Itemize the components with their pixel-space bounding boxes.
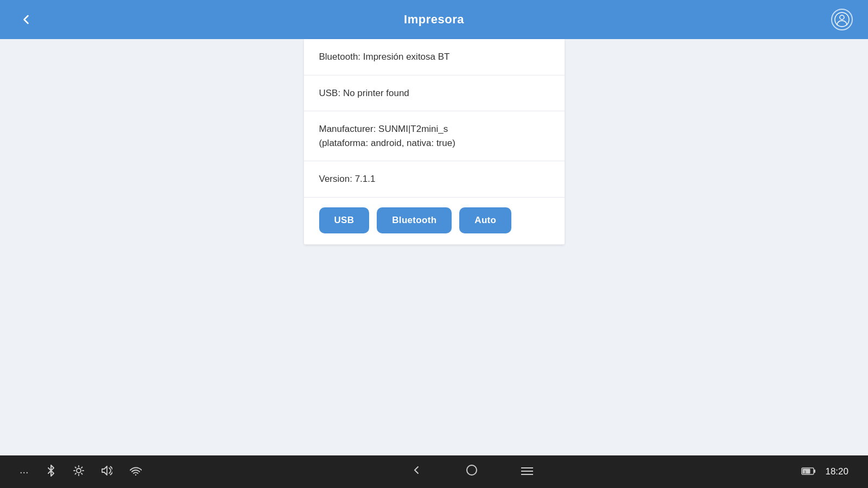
nav-home-icon[interactable] <box>466 464 478 479</box>
info-card: Bluetooth: Impresión exitosa BT USB: No … <box>304 39 565 245</box>
page-title: Impresora <box>404 12 464 27</box>
svg-point-1 <box>840 15 844 20</box>
usb-status-text: USB: No printer found <box>319 88 409 98</box>
svg-point-12 <box>467 465 477 475</box>
usb-status-row: USB: No printer found <box>304 75 565 112</box>
battery-indicator: 3 <box>801 467 816 477</box>
brightness-icon[interactable] <box>73 465 84 479</box>
nav-back-icon[interactable] <box>410 464 422 479</box>
auto-button[interactable]: Auto <box>459 207 511 233</box>
manufacturer-text: Manufacturer: SUNMI|T2mini_s(plataforma:… <box>319 124 455 148</box>
bottom-navbar: ··· <box>0 455 868 488</box>
version-row: Version: 7.1.1 <box>304 161 565 198</box>
svg-line-9 <box>75 473 76 474</box>
bluetooth-button[interactable]: Bluetooth <box>377 207 452 233</box>
svg-point-2 <box>77 468 81 473</box>
navbar-right-status: 3 18:20 <box>801 466 848 477</box>
battery-level: 3 <box>801 467 816 477</box>
more-icon[interactable]: ··· <box>20 466 29 478</box>
main-content: Bluetooth: Impresión exitosa BT USB: No … <box>0 39 868 455</box>
header: Impresora <box>0 0 868 39</box>
svg-line-8 <box>81 473 83 474</box>
nav-menu-icon[interactable] <box>521 465 533 479</box>
navbar-left-icons: ··· <box>20 465 142 479</box>
svg-text:3: 3 <box>804 470 806 474</box>
system-time: 18:20 <box>825 466 848 477</box>
volume-icon[interactable] <box>102 466 112 478</box>
bluetooth-status-row: Bluetooth: Impresión exitosa BT <box>304 39 565 75</box>
bluetooth-status-text: Bluetooth: Impresión exitosa BT <box>319 52 450 62</box>
wifi-icon[interactable] <box>130 466 142 478</box>
bluetooth-icon[interactable] <box>46 465 56 479</box>
manufacturer-row: Manufacturer: SUNMI|T2mini_s(plataforma:… <box>304 111 565 161</box>
svg-line-7 <box>75 467 76 468</box>
svg-rect-17 <box>814 470 815 473</box>
avatar[interactable] <box>831 9 853 30</box>
usb-button[interactable]: USB <box>319 207 370 233</box>
action-buttons: USB Bluetooth Auto <box>304 198 565 245</box>
back-button[interactable] <box>15 9 37 30</box>
navbar-center-icons <box>410 464 533 479</box>
version-text: Version: 7.1.1 <box>319 174 376 184</box>
svg-line-10 <box>81 467 83 468</box>
svg-point-11 <box>135 474 136 475</box>
